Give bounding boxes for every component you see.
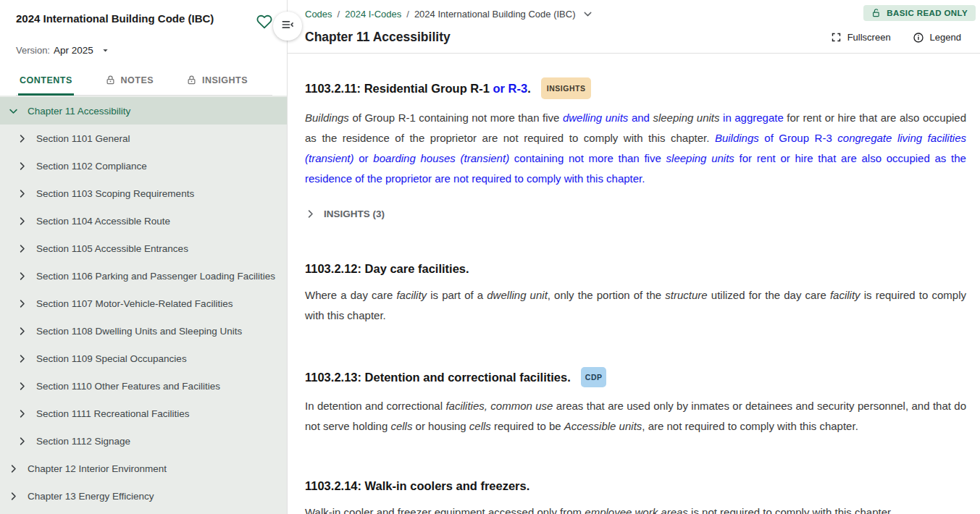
chevron-right-icon bbox=[17, 408, 36, 419]
breadcrumb-separator: / bbox=[338, 9, 340, 20]
code-term-link[interactable]: containing not more than five bbox=[509, 152, 666, 164]
sidebar-item-section-1102-compliance[interactable]: Section 1102 Compliance bbox=[0, 152, 287, 180]
chevron-right-icon bbox=[17, 188, 36, 199]
text-segment: facility bbox=[396, 289, 427, 301]
chevron-down-icon bbox=[8, 106, 28, 117]
unlock-icon bbox=[871, 8, 881, 18]
sidebar-item-chapter-11-accessibility[interactable]: Chapter 11 Accessibility bbox=[0, 97, 287, 125]
text-segment: , are not required to comply with this c… bbox=[642, 420, 858, 432]
code-term-link[interactable]: and bbox=[628, 111, 653, 124]
tab-label: INSIGHTS bbox=[202, 75, 248, 85]
cdp-badge[interactable]: CDP bbox=[581, 367, 607, 387]
text-segment: 1103.2.14: Walk-in coolers and freezers. bbox=[305, 479, 529, 492]
sidebar-item-section-1108-dwelling-units-and-sleeping-units[interactable]: Section 1108 Dwelling Units and Sleeping… bbox=[0, 317, 287, 345]
toc-tree: Chapter 11 AccessibilitySection 1101 Gen… bbox=[0, 96, 287, 514]
tab-contents[interactable]: CONTENTS bbox=[18, 67, 74, 95]
code-term-link[interactable]: boarding houses (transient) bbox=[373, 152, 509, 164]
toc-item-label: Section 1111 Recreational Facilities bbox=[36, 408, 190, 419]
code-title: 2024 International Building Code (IBC) bbox=[16, 12, 214, 26]
tab-notes[interactable]: NOTES bbox=[104, 67, 156, 95]
sidebar-item-chapter-12-interior-environment[interactable]: Chapter 12 Interior Environment bbox=[0, 455, 287, 482]
chevron-right-icon bbox=[17, 271, 36, 282]
chevron-right-icon bbox=[8, 463, 28, 474]
sidebar-item-chapter-13-energy-efficiency[interactable]: Chapter 13 Energy Efficiency bbox=[0, 482, 287, 510]
chevron-right-icon bbox=[17, 381, 36, 392]
chevron-right-icon bbox=[17, 298, 36, 309]
legend-label: Legend bbox=[930, 32, 961, 43]
collapse-sidebar-button[interactable] bbox=[273, 12, 302, 41]
text-segment: cells bbox=[469, 420, 491, 432]
toc-item-label: Chapter 11 Accessibility bbox=[28, 106, 130, 117]
favorite-heart-icon[interactable] bbox=[256, 14, 272, 33]
app-window: 2024 International Building Code (IBC) V… bbox=[0, 0, 980, 514]
fullscreen-icon bbox=[831, 32, 842, 43]
text-segment: facilities, common use bbox=[445, 400, 553, 412]
text-segment: 1103.2.12: Day care facilities. bbox=[305, 262, 469, 275]
code-term-link[interactable]: sleeping units bbox=[666, 152, 734, 164]
text-segment: 1103.2.11: Residential Group R-1 bbox=[305, 82, 493, 95]
sidebar-item-section-1103-scoping-requirements[interactable]: Section 1103 Scoping Requirements bbox=[0, 180, 287, 207]
section-1103-2-13: 1103.2.13: Detention and correctional fa… bbox=[305, 367, 966, 437]
text-segment: sleeping units bbox=[653, 111, 719, 124]
fullscreen-button[interactable]: Fullscreen bbox=[831, 32, 891, 43]
code-term-link[interactable]: or bbox=[354, 152, 374, 164]
text-segment: structure bbox=[665, 289, 707, 301]
toc-item-label: Section 1104 Accessible Route bbox=[36, 216, 170, 227]
info-icon bbox=[913, 32, 924, 43]
code-term-link[interactable]: or R-3 bbox=[493, 82, 528, 95]
section-paragraph: Walk-in cooler and freezer equipment acc… bbox=[305, 502, 966, 514]
version-value: Apr 2025 bbox=[54, 45, 93, 56]
sidebar-item-section-1111-recreational-facilities[interactable]: Section 1111 Recreational Facilities bbox=[0, 400, 287, 427]
text-segment: Accessible units bbox=[564, 420, 642, 432]
breadcrumb-link-codes[interactable]: Codes bbox=[305, 9, 332, 20]
code-term-link[interactable]: dwelling units bbox=[563, 111, 628, 124]
breadcrumb-current: 2024 International Building Code (IBC) bbox=[414, 9, 576, 20]
sidebar-item-section-1107-motor-vehicle-related-facilities[interactable]: Section 1107 Motor-Vehicle-Related Facil… bbox=[0, 290, 287, 317]
legend-button[interactable]: Legend bbox=[913, 32, 961, 43]
sidebar: 2024 International Building Code (IBC) V… bbox=[0, 0, 288, 514]
section-heading: 1103.2.11: Residential Group R-1 or R-3.… bbox=[305, 77, 966, 99]
breadcrumb-link-2024-i-codes[interactable]: 2024 I-Codes bbox=[345, 9, 401, 20]
text-segment: of Group R-1 containing not more than fi… bbox=[349, 111, 563, 124]
text-segment: dwelling unit bbox=[487, 289, 548, 301]
sidebar-tabs: CONTENTSNOTESINSIGHTS bbox=[16, 67, 272, 96]
toc-item-label: Section 1107 Motor-Vehicle-Related Facil… bbox=[36, 298, 233, 309]
chevron-right-icon bbox=[17, 243, 36, 254]
toc-item-label: Section 1101 General bbox=[36, 133, 130, 144]
code-term-link[interactable]: Buildings bbox=[715, 132, 759, 144]
fullscreen-label: Fullscreen bbox=[847, 32, 891, 43]
text-segment: Walk-in cooler and freezer equipment acc… bbox=[305, 506, 585, 514]
version-selector[interactable]: Version: Apr 2025 bbox=[16, 45, 111, 56]
section-heading: 1103.2.12: Day care facilities. bbox=[305, 261, 966, 277]
sidebar-item-section-1112-signage[interactable]: Section 1112 Signage bbox=[0, 427, 287, 455]
chevron-right-icon bbox=[17, 216, 36, 227]
text-segment: employee work areas bbox=[585, 506, 688, 514]
sidebar-item-section-1104-accessible-route[interactable]: Section 1104 Accessible Route bbox=[0, 207, 287, 235]
chevron-right-icon bbox=[17, 161, 36, 172]
page-title: Chapter 11 Accessibility bbox=[305, 30, 451, 45]
section-paragraph: Buildings of Group R-1 containing not mo… bbox=[305, 108, 966, 189]
menu-collapse-icon bbox=[280, 17, 295, 35]
text-segment: In detention and correctional bbox=[305, 400, 445, 412]
sidebar-item-section-1110-other-features-and-facilities[interactable]: Section 1110 Other Features and Faciliti… bbox=[0, 372, 287, 400]
insights-toggle-label: INSIGHTS (3) bbox=[324, 208, 385, 219]
toc-item-label: Chapter 13 Energy Efficiency bbox=[28, 491, 154, 502]
insights-badge[interactable]: INSIGHTS bbox=[541, 77, 592, 99]
toc-item-label: Section 1103 Scoping Requirements bbox=[36, 188, 194, 199]
insights-toggle[interactable]: INSIGHTS (3) bbox=[305, 208, 385, 219]
tab-insights[interactable]: INSIGHTS bbox=[185, 67, 249, 95]
sidebar-item-section-1101-general[interactable]: Section 1101 General bbox=[0, 125, 287, 152]
sidebar-item-section-1109-special-occupancies[interactable]: Section 1109 Special Occupancies bbox=[0, 345, 287, 372]
sidebar-item-section-1105-accessible-entrances[interactable]: Section 1105 Accessible Entrances bbox=[0, 235, 287, 262]
code-term-link[interactable]: of Group R-3 bbox=[759, 132, 838, 144]
access-level-badge[interactable]: BASIC READ ONLY bbox=[863, 5, 976, 21]
breadcrumb-chevron-down-icon[interactable] bbox=[582, 8, 594, 20]
chevron-right-icon bbox=[17, 353, 36, 364]
sidebar-item-section-1106-parking-and-passenger-loading-facilities[interactable]: Section 1106 Parking and Passenger Loadi… bbox=[0, 262, 287, 290]
sidebar-header: 2024 International Building Code (IBC) V… bbox=[0, 0, 287, 96]
chevron-right-icon bbox=[17, 326, 36, 337]
text-segment: Where a day care bbox=[305, 289, 396, 301]
code-term-link[interactable]: in aggregate bbox=[720, 111, 784, 124]
text-segment: . bbox=[527, 82, 531, 95]
text-segment: facility bbox=[830, 289, 860, 301]
